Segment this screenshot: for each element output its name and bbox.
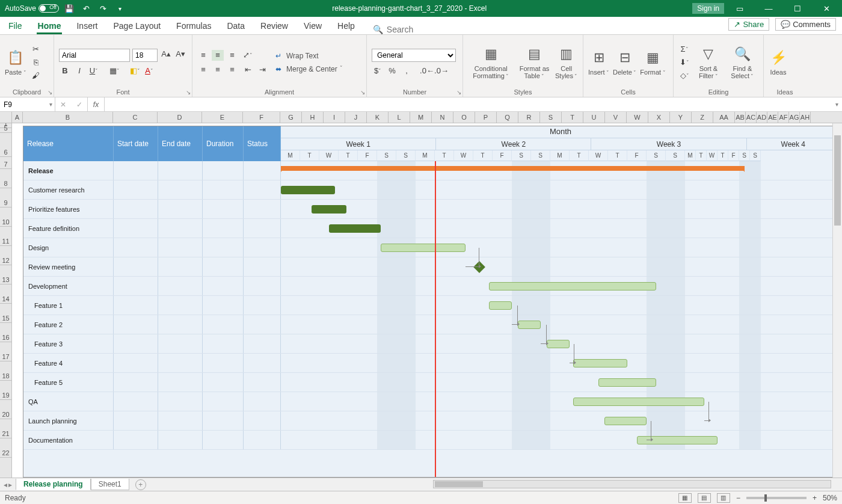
gantt-bar[interactable] bbox=[489, 301, 512, 310]
conditional-formatting-button[interactable]: ▦Conditional Formatting bbox=[468, 45, 514, 80]
save-icon[interactable]: 💾 bbox=[63, 2, 76, 15]
orientation-icon[interactable]: ⤢ bbox=[242, 50, 254, 61]
format-painter-icon[interactable]: 🖌 bbox=[30, 70, 42, 81]
column-header[interactable]: R bbox=[518, 112, 540, 123]
comments-button[interactable]: 💬Comments bbox=[775, 18, 836, 31]
column-headers[interactable]: ABCDEFGHIJKLMNOPQRSTUVWXYZAAABACADAEAFAG… bbox=[0, 112, 842, 123]
decrease-indent-icon[interactable]: ⇤ bbox=[242, 64, 254, 75]
row-header[interactable]: 10 bbox=[0, 207, 11, 227]
row-header[interactable]: 11 bbox=[0, 227, 11, 246]
vertical-scroll-thumb[interactable] bbox=[834, 135, 841, 226]
tab-data[interactable]: Data bbox=[226, 19, 246, 34]
undo-icon[interactable]: ↶ bbox=[79, 2, 93, 15]
column-header[interactable]: D bbox=[158, 112, 202, 123]
comma-format-icon[interactable]: , bbox=[401, 66, 413, 76]
percent-format-icon[interactable]: % bbox=[386, 66, 398, 76]
sheet-nav-prev-icon[interactable]: ◂ bbox=[4, 481, 7, 489]
row-headers[interactable]: 15678910111213141516171819202122 bbox=[0, 123, 12, 478]
column-header[interactable]: K bbox=[367, 112, 389, 123]
tab-help[interactable]: Help bbox=[336, 19, 356, 34]
align-right-icon[interactable]: ≡ bbox=[226, 64, 238, 75]
column-header[interactable]: T bbox=[562, 112, 583, 123]
column-header[interactable]: O bbox=[453, 112, 475, 123]
column-header[interactable]: V bbox=[605, 112, 627, 123]
gantt-bar[interactable] bbox=[573, 359, 627, 367]
row-header[interactable]: 22 bbox=[0, 438, 11, 458]
page-layout-view-icon[interactable]: ▤ bbox=[698, 493, 711, 503]
accounting-format-icon[interactable]: $ bbox=[372, 66, 384, 76]
copy-icon[interactable]: ⎘ bbox=[30, 57, 42, 68]
redo-icon[interactable]: ↷ bbox=[96, 2, 109, 15]
row-header[interactable]: 13 bbox=[0, 265, 11, 284]
decrease-decimal-icon[interactable]: .0→ bbox=[435, 66, 447, 76]
row-header[interactable]: 7 bbox=[0, 157, 11, 169]
column-header[interactable]: M bbox=[410, 112, 432, 123]
signin-button[interactable]: Sign in bbox=[692, 3, 724, 14]
zoom-out-button[interactable]: − bbox=[736, 494, 740, 502]
column-header[interactable]: AH bbox=[800, 112, 811, 123]
alignment-launcher-icon[interactable]: ↘ bbox=[360, 89, 365, 96]
gantt-bar[interactable] bbox=[329, 224, 381, 233]
format-cells-button[interactable]: ▦Format bbox=[640, 48, 665, 76]
tab-file[interactable]: File bbox=[7, 19, 23, 34]
row-header[interactable]: 17 bbox=[0, 342, 11, 361]
paste-button[interactable]: 📋 Paste bbox=[5, 48, 26, 76]
column-header[interactable]: X bbox=[648, 112, 670, 123]
gantt-bar[interactable] bbox=[547, 340, 570, 348]
row-header[interactable]: 19 bbox=[0, 381, 11, 400]
clipboard-launcher-icon[interactable]: ↘ bbox=[48, 89, 52, 96]
column-header[interactable]: L bbox=[389, 112, 410, 123]
increase-indent-icon[interactable]: ⇥ bbox=[256, 64, 268, 75]
tab-insert[interactable]: Insert bbox=[75, 19, 99, 34]
column-header[interactable]: C bbox=[113, 112, 158, 123]
column-header[interactable]: Y bbox=[670, 112, 692, 123]
delete-cells-button[interactable]: ⊟Delete bbox=[613, 48, 636, 76]
wrap-text-button[interactable]: ↵Wrap Text bbox=[275, 52, 343, 60]
zoom-in-button[interactable]: + bbox=[813, 494, 817, 502]
tab-formulas[interactable]: Formulas bbox=[175, 19, 212, 34]
fx-icon[interactable]: fx bbox=[88, 97, 105, 111]
font-launcher-icon[interactable]: ↘ bbox=[186, 89, 191, 96]
align-bottom-icon[interactable]: ≡ bbox=[226, 50, 238, 61]
font-name-combo[interactable] bbox=[59, 49, 130, 62]
qat-customize-icon[interactable]: ▾ bbox=[113, 2, 126, 15]
close-icon[interactable]: ✕ bbox=[813, 0, 840, 17]
gantt-bar[interactable] bbox=[598, 378, 656, 387]
search-input[interactable] bbox=[387, 25, 459, 34]
gantt-bar[interactable] bbox=[518, 321, 541, 329]
column-header[interactable]: AE bbox=[767, 112, 778, 123]
horizontal-scroll-thumb[interactable] bbox=[435, 481, 483, 487]
align-middle-icon[interactable]: ≡ bbox=[212, 50, 224, 61]
minimize-icon[interactable]: — bbox=[755, 0, 782, 17]
column-header[interactable]: E bbox=[202, 112, 243, 123]
grow-font-icon[interactable]: A▴ bbox=[160, 49, 172, 60]
row-header[interactable]: 6 bbox=[0, 133, 11, 157]
align-left-icon[interactable]: ≡ bbox=[197, 64, 209, 75]
tab-home[interactable]: Home bbox=[37, 19, 63, 34]
shrink-font-icon[interactable]: A▾ bbox=[174, 49, 186, 60]
column-header[interactable]: Q bbox=[497, 112, 518, 123]
row-header[interactable]: 20 bbox=[0, 400, 11, 419]
cut-icon[interactable]: ✂ bbox=[30, 44, 42, 55]
gantt-bar[interactable] bbox=[281, 186, 335, 194]
horizontal-scrollbar[interactable] bbox=[433, 480, 831, 488]
row-header[interactable]: 21 bbox=[0, 419, 11, 438]
gantt-summary-bar[interactable] bbox=[281, 166, 745, 171]
format-as-table-button[interactable]: ▤Format as Table bbox=[518, 45, 552, 80]
column-header[interactable]: Z bbox=[692, 112, 713, 123]
italic-button[interactable]: I bbox=[73, 66, 85, 76]
borders-icon[interactable]: ▦ bbox=[108, 66, 120, 76]
vertical-scrollbar[interactable] bbox=[832, 123, 842, 478]
increase-decimal-icon[interactable]: .0← bbox=[421, 66, 433, 76]
zoom-level[interactable]: 50% bbox=[823, 494, 837, 502]
autosum-icon[interactable]: Σ bbox=[678, 44, 690, 55]
formula-input[interactable] bbox=[105, 97, 831, 111]
sort-filter-button[interactable]: ▽Sort & Filter bbox=[694, 45, 723, 80]
column-header[interactable]: AC bbox=[746, 112, 757, 123]
bold-button[interactable]: B bbox=[59, 66, 71, 76]
ideas-button[interactable]: ⚡Ideas bbox=[769, 48, 788, 76]
column-header[interactable]: I bbox=[324, 112, 345, 123]
row-header[interactable]: 9 bbox=[0, 188, 11, 207]
row-header[interactable]: 5 bbox=[0, 128, 11, 133]
select-all-corner[interactable] bbox=[0, 112, 12, 123]
